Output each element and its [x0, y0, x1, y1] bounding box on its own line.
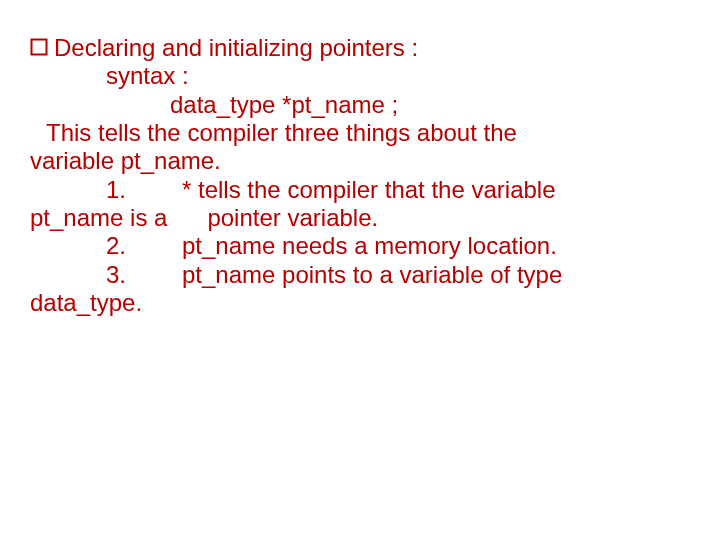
- point-1-line: 1.* tells the compiler that the variable: [106, 176, 690, 204]
- point-2-number: 2.: [106, 232, 182, 260]
- intro-text-2: variable pt_name.: [30, 147, 221, 174]
- slide: Declaring and initializing pointers : sy…: [0, 0, 720, 540]
- point-3-cont-text: data_type.: [30, 289, 142, 316]
- syntax-code: data_type *pt_name ;: [170, 91, 398, 118]
- svg-rect-0: [32, 40, 47, 55]
- syntax-code-line: data_type *pt_name ;: [170, 91, 690, 119]
- point-2-line: 2.pt_name needs a memory location.: [106, 232, 690, 260]
- point-1-continuation: pt_name is a pointer variable.: [30, 204, 690, 232]
- point-3-continuation: data_type.: [30, 289, 690, 317]
- point-1-text: * tells the compiler that the variable: [182, 176, 556, 203]
- intro-text-1: This tells the compiler three things abo…: [46, 119, 517, 146]
- point-1-cont-text: pt_name is a pointer variable.: [30, 204, 378, 231]
- point-3-line: 3.pt_name points to a variable of type: [106, 261, 690, 289]
- syntax-label: syntax :: [106, 62, 189, 89]
- point-3-number: 3.: [106, 261, 182, 289]
- slide-content: Declaring and initializing pointers : sy…: [30, 34, 690, 317]
- point-1-number: 1.: [106, 176, 182, 204]
- title-text: Declaring and initializing pointers :: [54, 34, 418, 62]
- title-line: Declaring and initializing pointers :: [30, 34, 690, 62]
- intro-line-1: This tells the compiler three things abo…: [46, 119, 690, 147]
- point-3-text: pt_name points to a variable of type: [182, 261, 562, 288]
- square-bullet-icon: [30, 38, 48, 56]
- syntax-label-line: syntax :: [106, 62, 690, 90]
- point-2-text: pt_name needs a memory location.: [182, 232, 557, 259]
- intro-line-2: variable pt_name.: [30, 147, 690, 175]
